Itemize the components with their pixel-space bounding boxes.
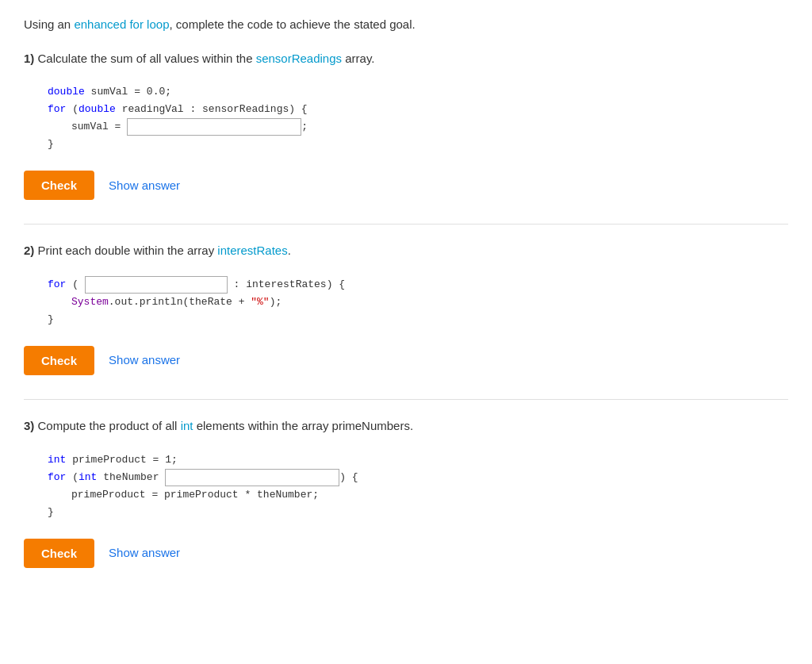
code-line-q2-2: System.out.println(theRate + "%"); <box>48 294 779 311</box>
q1-check-button[interactable]: Check <box>24 171 94 200</box>
code-line-q3-1: int primeProduct = 1; <box>48 451 779 469</box>
question-3-block: 3) Compute the product of all int elemen… <box>24 417 788 568</box>
question-2-actions: Check Show answer <box>24 346 788 375</box>
question-2-title: 2) Print each double within the array in… <box>24 242 788 260</box>
q2-input[interactable] <box>85 276 228 294</box>
question-2-code: for ( : interestRates) { System.out.prin… <box>24 270 788 335</box>
q3-check-button[interactable]: Check <box>24 539 94 568</box>
code-line-q3-3: primeProduct = primeProduct * theNumber; <box>48 486 779 504</box>
q3-show-answer-link[interactable]: Show answer <box>109 544 180 562</box>
q3-highlight: int <box>181 419 193 432</box>
question-2-block: 2) Print each double within the array in… <box>24 242 788 375</box>
q1-input[interactable] <box>127 118 301 136</box>
question-1-code: double sumVal = 0.0; for (double reading… <box>24 77 788 159</box>
q2-show-answer-link[interactable]: Show answer <box>109 351 180 370</box>
question-1-block: 1) Calculate the sum of all values withi… <box>24 50 788 201</box>
q3-input[interactable] <box>165 469 339 486</box>
code-line-q1-1: double sumVal = 0.0; <box>48 83 779 101</box>
question-1-title: 1) Calculate the sum of all values withi… <box>24 50 788 68</box>
code-line-q3-4: } <box>48 504 779 521</box>
enhanced-for-loop-highlight: enhanced for loop <box>74 17 169 31</box>
question-3-actions: Check Show answer <box>24 539 788 568</box>
q2-check-button[interactable]: Check <box>24 346 94 375</box>
q1-show-answer-link[interactable]: Show answer <box>109 177 180 195</box>
intro-text: Using an enhanced for loop, complete the… <box>24 16 788 34</box>
code-line-q1-3: sumVal = ; <box>48 118 779 136</box>
code-line-q1-2: for (double readingVal : sensorReadings)… <box>48 101 779 118</box>
code-line-q1-4: } <box>48 136 779 153</box>
divider-2 <box>24 399 788 400</box>
divider-1 <box>24 224 788 225</box>
code-line-q2-3: } <box>48 311 779 328</box>
question-3-code: int primeProduct = 1; for (int theNumber… <box>24 445 788 528</box>
q1-highlight: sensorReadings <box>256 52 342 65</box>
q2-highlight: interestRates <box>217 244 287 257</box>
code-line-q3-2: for (int theNumber ) { <box>48 469 779 486</box>
question-1-actions: Check Show answer <box>24 171 788 200</box>
kw-double-1: double <box>48 83 85 101</box>
code-line-q2-1: for ( : interestRates) { <box>48 276 779 294</box>
question-3-title: 3) Compute the product of all int elemen… <box>24 417 788 436</box>
